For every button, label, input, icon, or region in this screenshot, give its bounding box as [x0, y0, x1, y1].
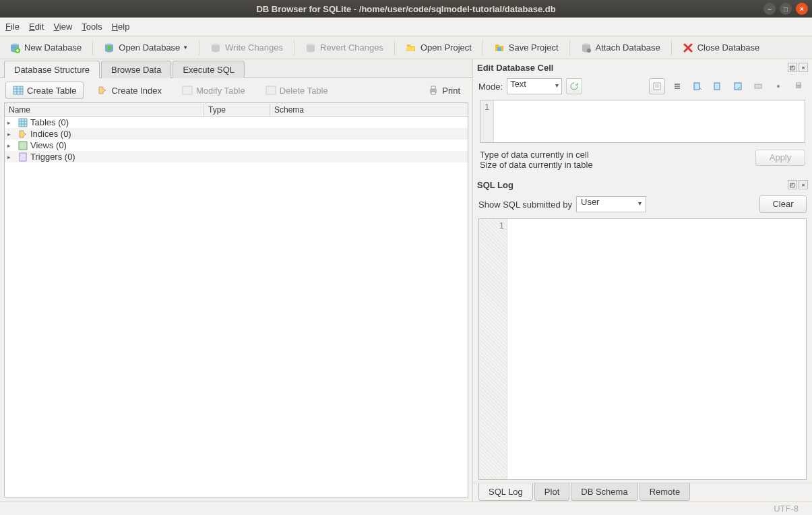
menu-tools[interactable]: Tools	[82, 22, 102, 32]
mode-select[interactable]: Text	[507, 78, 562, 94]
tab-db-schema[interactable]: DB Schema	[571, 483, 637, 501]
tab-database-structure[interactable]: Database Structure	[4, 61, 100, 78]
attach-database-icon	[581, 42, 592, 53]
svg-rect-17	[654, 83, 660, 90]
expand-icon[interactable]: ▸	[7, 131, 15, 138]
tree-indices[interactable]: ▸ Indices (0)	[5, 128, 468, 140]
delete-table-label: Delete Table	[280, 86, 328, 96]
open-project-button[interactable]: Open Project	[400, 40, 477, 55]
export-icon	[693, 82, 702, 91]
statusbar: UTF-8	[0, 502, 812, 515]
attach-database-button[interactable]: Attach Database	[575, 40, 666, 55]
tab-plot[interactable]: Plot	[534, 483, 569, 501]
maximize-button[interactable]: □	[780, 3, 792, 15]
save-project-button[interactable]: Save Project	[489, 40, 564, 55]
write-changes-button: Write Changes	[205, 40, 288, 55]
menu-view[interactable]: View	[53, 22, 72, 32]
menu-file[interactable]: File	[5, 22, 20, 32]
tab-browse-data[interactable]: Browse Data	[101, 61, 171, 78]
edit-cell-panel-title: Edit Database Cell ◰ ×	[473, 59, 812, 75]
line-number-1: 1	[485, 102, 489, 112]
panel-close-button[interactable]: ×	[799, 63, 808, 72]
edit-cell-title-label: Edit Database Cell	[477, 63, 553, 73]
cell-editor[interactable]: 1	[480, 100, 805, 143]
open-database-dropdown[interactable]: ▼	[183, 44, 188, 51]
expand-icon[interactable]: ▸	[7, 142, 15, 149]
create-index-label: Create Index	[111, 86, 161, 96]
export-button[interactable]	[689, 78, 706, 94]
tab-sql-log[interactable]: SQL Log	[478, 483, 533, 501]
text-view-button[interactable]	[649, 78, 665, 94]
log-line-1: 1	[499, 220, 504, 231]
expand-icon[interactable]: ▸	[7, 154, 15, 160]
index-icon	[18, 129, 28, 139]
svg-rect-8	[13, 86, 23, 94]
create-index-button[interactable]: Create Index	[90, 82, 168, 98]
list-view-button[interactable]	[669, 78, 685, 94]
menu-help[interactable]: Help	[112, 22, 130, 32]
print-button[interactable]: Print	[421, 82, 467, 98]
close-database-button[interactable]: Close Database	[677, 40, 766, 55]
text-icon	[652, 82, 662, 91]
window-title: DB Browser for SQLite - /home/user/code/…	[256, 4, 555, 14]
svg-rect-13	[431, 92, 435, 94]
mode-value: Text	[510, 79, 526, 89]
print-cell-button[interactable]	[790, 78, 807, 94]
close-button[interactable]: ×	[796, 3, 808, 15]
titlebar: DB Browser for SQLite - /home/user/code/…	[0, 0, 812, 18]
col-type[interactable]: Type	[204, 104, 270, 116]
panel-float-button[interactable]: ◰	[788, 63, 797, 72]
tab-execute-sql[interactable]: Execute SQL	[173, 61, 245, 78]
bottom-tabs: SQL Log Plot DB Schema Remote	[473, 483, 812, 502]
table-modify-icon	[182, 85, 193, 96]
open-database-button[interactable]: Open Database ▼	[98, 40, 193, 55]
sql-source-select[interactable]: User	[576, 196, 646, 212]
attach-database-label: Attach Database	[596, 42, 660, 53]
col-name[interactable]: Name	[5, 104, 204, 116]
open-database-label: Open Database	[119, 42, 180, 53]
new-database-button[interactable]: New Database	[4, 40, 87, 55]
create-table-label: Create Table	[27, 86, 76, 96]
minimize-button[interactable]: –	[763, 3, 776, 15]
panel-float-button[interactable]: ◰	[788, 180, 797, 189]
import-icon	[713, 82, 722, 91]
tree-triggers[interactable]: ▸ Triggers (0)	[5, 151, 468, 162]
clear-log-button[interactable]: Clear	[759, 195, 807, 213]
schema-tree[interactable]: Name Type Schema ▸ Tables (0) ▸ Indices …	[4, 102, 468, 497]
tree-views[interactable]: ▸ Views (0)	[5, 140, 468, 151]
create-table-button[interactable]: Create Table	[5, 82, 84, 99]
svg-rect-19	[714, 83, 720, 90]
tree-views-label: Views (0)	[30, 140, 67, 150]
structure-toolbar: Create Table Create Index Modify Table D…	[0, 78, 472, 102]
save-cell-button[interactable]	[730, 78, 746, 94]
expand-icon[interactable]: ▸	[7, 119, 15, 126]
print-icon	[428, 85, 439, 96]
tab-remote[interactable]: Remote	[639, 483, 691, 501]
refresh-icon	[569, 82, 579, 91]
menu-edit[interactable]: Edit	[29, 22, 44, 32]
refresh-cell-button[interactable]	[566, 78, 582, 94]
sql-log-area[interactable]: 1	[478, 218, 807, 480]
cell-text-area[interactable]	[494, 100, 805, 142]
view-icon	[18, 141, 28, 150]
show-sql-label: Show SQL submitted by	[478, 200, 572, 210]
import-button[interactable]	[710, 78, 726, 94]
panel-close-button[interactable]: ×	[799, 180, 808, 189]
clear-cell-button[interactable]	[770, 78, 786, 94]
svg-rect-9	[183, 86, 192, 94]
mode-label: Mode:	[478, 82, 503, 92]
col-schema[interactable]: Schema	[270, 104, 468, 116]
save-project-icon	[494, 42, 505, 53]
save-project-label: Save Project	[509, 42, 559, 53]
log-text-area[interactable]	[507, 219, 806, 479]
database-new-icon	[9, 42, 20, 53]
close-database-icon	[683, 42, 693, 53]
tree-tables[interactable]: ▸ Tables (0)	[5, 117, 468, 128]
svg-rect-21	[755, 84, 761, 88]
encoding-label: UTF-8	[774, 504, 799, 514]
null-icon	[753, 82, 763, 91]
apply-button: Apply	[755, 150, 805, 166]
svg-point-22	[777, 85, 780, 88]
modify-table-button: Modify Table	[175, 82, 252, 98]
null-button[interactable]	[750, 78, 766, 94]
